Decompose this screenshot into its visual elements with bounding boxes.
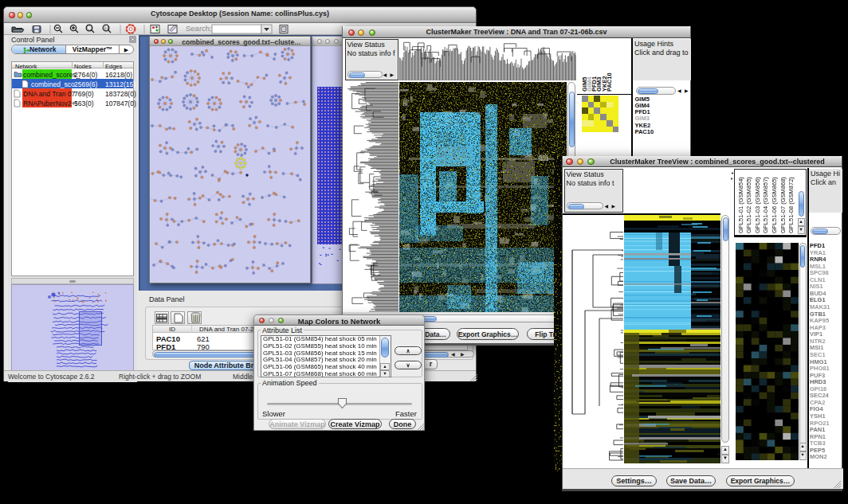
svg-text:1:1: 1:1 [104,26,110,30]
svg-text:Search:: Search: [186,24,212,33]
